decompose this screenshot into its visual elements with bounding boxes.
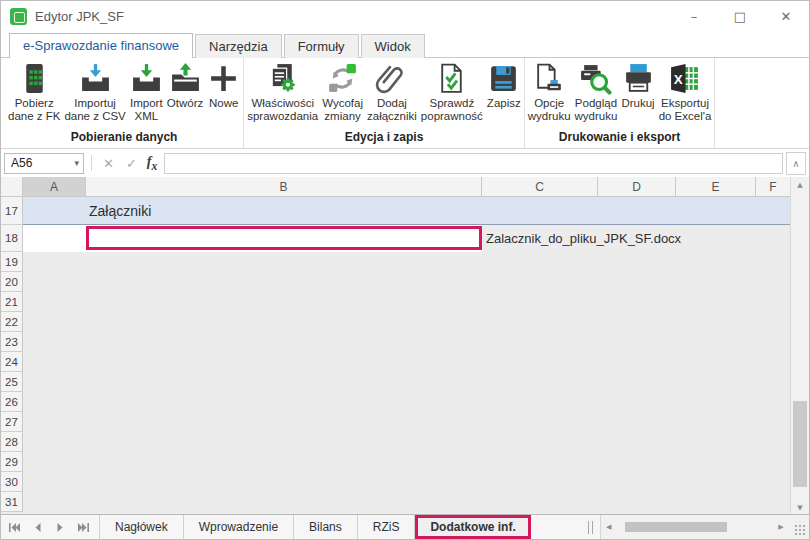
row-cells-24[interactable] [23, 352, 791, 372]
grid-row-23: 23 [1, 332, 791, 352]
dodaj-zalaczniki-button[interactable]: Dodaj załączniki [365, 61, 419, 124]
row-header-26[interactable]: 26 [1, 392, 23, 412]
scroll-right-icon[interactable]: ▶ [773, 515, 789, 539]
sprawdz-poprawnosc-button[interactable]: Sprawdź poprawność [419, 61, 485, 124]
attachment-filename-cell[interactable]: Zalacznik_do_pliku_JPK_SF.docx [482, 225, 791, 252]
highlighted-attachment-cell[interactable] [86, 226, 482, 250]
horizontal-scrollbar[interactable]: ◀ ▶ [600, 515, 789, 539]
row-header-21[interactable]: 21 [1, 292, 23, 312]
row-header-17[interactable]: 17 [1, 197, 23, 225]
row-header-28[interactable]: 28 [1, 432, 23, 452]
row-header-20[interactable]: 20 [1, 272, 23, 292]
podglad-wydruku-button[interactable]: Podgląd wydruku [573, 61, 620, 124]
formula-bar-expand-button[interactable]: ∧ [786, 152, 806, 175]
row-header-29[interactable]: 29 [1, 452, 23, 472]
column-header-d[interactable]: D [598, 177, 676, 197]
wlasciwosci-sprawozdania-button[interactable]: Właściwości sprawozdania [245, 61, 320, 124]
nowe-button[interactable]: Nowe [205, 61, 242, 111]
ribbon-tab-formuly[interactable]: Formuły [284, 34, 359, 58]
row-cells-20[interactable] [23, 272, 791, 292]
scroll-left-icon[interactable]: ◀ [601, 515, 617, 539]
sheet-tab-rzis[interactable]: RZiS [358, 515, 416, 539]
group-label-pobieranie-danych: Pobieranie danych [6, 129, 242, 148]
formula-input[interactable] [164, 153, 783, 174]
row-cells-31[interactable] [23, 492, 791, 512]
scroll-up-icon[interactable]: ▲ [791, 177, 809, 193]
opcje-wydruku-button[interactable]: Opcje wydruku [526, 61, 573, 124]
row-cells-29[interactable] [23, 452, 791, 472]
close-button[interactable]: ✕ [763, 1, 809, 31]
row-cells-26[interactable] [23, 392, 791, 412]
row-cells-18[interactable]: Zalacznik_do_pliku_JPK_SF.docx [23, 225, 791, 252]
ribbon-tab-esprawozdanie[interactable]: e-Sprawozdanie finansowe [9, 33, 193, 58]
prev-sheet-icon[interactable] [32, 523, 43, 532]
grid-row-22: 22 [1, 312, 791, 332]
sheet-tab-naglowek[interactable]: Nagłówek [100, 515, 184, 539]
zapisz-button[interactable]: Zapisz [485, 61, 523, 111]
report-properties-icon [266, 62, 299, 95]
ribbon-tab-narzedzia[interactable]: Narzędzia [195, 34, 282, 58]
column-header-b[interactable]: B [86, 177, 482, 197]
vertical-scrollbar[interactable]: ▲ ▼ [790, 177, 809, 516]
horizontal-scrollbar-thumb[interactable] [625, 522, 727, 532]
grid-row-30: 30 [1, 472, 791, 492]
row-cells-21[interactable] [23, 292, 791, 312]
row-cells-17[interactable]: Załączniki [23, 197, 791, 225]
cancel-icon[interactable]: ✕ [97, 156, 120, 171]
cell-name-box[interactable]: A56 ▾ [4, 153, 84, 174]
row-header-23[interactable]: 23 [1, 332, 23, 352]
import-xml-button[interactable]: Import XML [128, 61, 165, 124]
sheet-tab-bilans[interactable]: Bilans [294, 515, 358, 539]
ribbon-group-edycja-i-zapis: Właściwości sprawozdania Wycofaj zmiany [244, 58, 525, 148]
eksportuj-do-excela-button[interactable]: X Eksportuj do Excel'a [657, 61, 714, 124]
attachments-icon [375, 62, 408, 95]
row-header-31[interactable]: 31 [1, 492, 23, 512]
save-icon [487, 62, 520, 95]
select-all-corner[interactable] [1, 177, 23, 197]
grid-row-17: 17Załączniki [1, 197, 791, 225]
row-cells-25[interactable] [23, 372, 791, 392]
row-cells-27[interactable] [23, 412, 791, 432]
row-cells-22[interactable] [23, 312, 791, 332]
open-folder-icon [169, 62, 202, 95]
row-cells-19[interactable] [23, 252, 791, 272]
row-header-18[interactable]: 18 [1, 225, 23, 252]
row-header-25[interactable]: 25 [1, 372, 23, 392]
sheet-tab-wprowadzenie[interactable]: Wprowadzenie [184, 515, 294, 539]
pobierz-dane-z-fk-button[interactable]: Pobierz dane z FK [6, 61, 62, 124]
row-cells-30[interactable] [23, 472, 791, 492]
column-header-e[interactable]: E [676, 177, 756, 197]
last-sheet-icon[interactable] [78, 523, 89, 532]
column-headers: A B C D E F [1, 177, 791, 197]
sheet-tab-dodatkowe-inf[interactable]: Dodatkowe inf. [415, 515, 530, 539]
row-header-24[interactable]: 24 [1, 352, 23, 372]
grid-row-28: 28 [1, 432, 791, 452]
drukuj-button[interactable]: Drukuj [619, 61, 656, 111]
row-header-30[interactable]: 30 [1, 472, 23, 492]
tab-area-splitter[interactable] [588, 521, 593, 534]
row-header-22[interactable]: 22 [1, 312, 23, 332]
namebox-dropdown-icon[interactable]: ▾ [74, 158, 83, 168]
row-cells-23[interactable] [23, 332, 791, 352]
fx-icon[interactable]: fx [143, 154, 165, 173]
otworz-button[interactable]: Otwórz [165, 61, 205, 111]
column-header-a[interactable]: A [23, 177, 86, 197]
row-cells-28[interactable] [23, 432, 791, 452]
maximize-button[interactable]: □ [717, 1, 763, 31]
ribbon-group-pobieranie-danych: Pobierz dane z FK Importuj dane z CSV [5, 58, 244, 148]
enter-icon[interactable]: ✓ [120, 156, 143, 171]
row-header-27[interactable]: 27 [1, 412, 23, 432]
grid-row-31: 31 [1, 492, 791, 512]
column-header-f[interactable]: F [756, 177, 791, 197]
importuj-dane-z-csv-button[interactable]: Importuj dane z CSV [62, 61, 127, 124]
minimize-button[interactable]: – [671, 1, 717, 31]
next-sheet-icon[interactable] [55, 523, 66, 532]
wycofaj-zmiany-button[interactable]: Wycofaj zmiany [320, 61, 365, 124]
vertical-scrollbar-thumb[interactable] [793, 401, 807, 487]
resize-grip[interactable] [789, 515, 809, 539]
group-label-edycja-i-zapis: Edycja i zapis [245, 129, 523, 148]
ribbon-tab-widok[interactable]: Widok [361, 34, 425, 58]
column-header-c[interactable]: C [482, 177, 598, 197]
row-header-19[interactable]: 19 [1, 252, 23, 272]
first-sheet-icon[interactable] [9, 523, 20, 532]
